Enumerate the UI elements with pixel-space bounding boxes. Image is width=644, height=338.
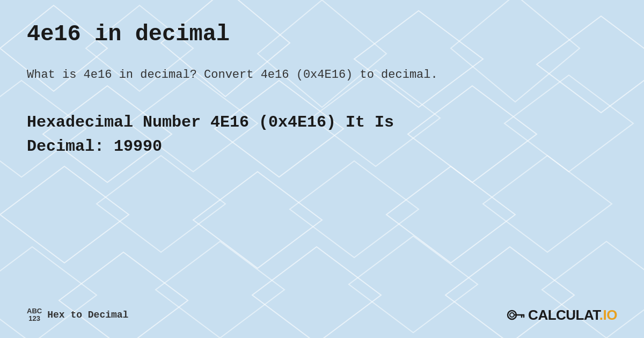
logo-text: CALCULAT.IO [528, 307, 617, 324]
result-heading-line1: Hexadecimal Number 4E16 (0x4E16) It Is [27, 111, 617, 135]
result-section: Hexadecimal Number 4E16 (0x4E16) It Is D… [27, 111, 617, 159]
svg-point-35 [510, 313, 514, 317]
result-heading-line2: Decimal: 19990 [27, 135, 617, 159]
hex-decimal-icon: ABC 123 [27, 307, 42, 323]
footer: ABC 123 Hex to Decimal CALCULAT.IO [27, 305, 617, 325]
description-text: What is 4e16 in decimal? Convert 4e16 (0… [27, 66, 617, 84]
calculat-logo: CALCULAT.IO [506, 305, 617, 325]
result-heading: Hexadecimal Number 4E16 (0x4E16) It Is D… [27, 111, 617, 159]
footer-label: Hex to Decimal [47, 310, 128, 320]
footer-left: ABC 123 Hex to Decimal [27, 307, 128, 323]
page-title: 4e16 in decimal [27, 21, 617, 47]
logo-icon [506, 305, 525, 325]
